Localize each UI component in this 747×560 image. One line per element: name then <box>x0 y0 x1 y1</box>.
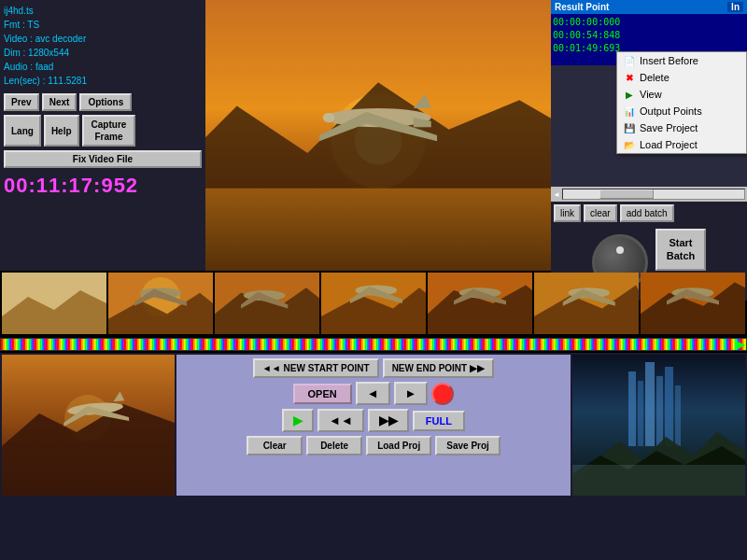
in-label: In <box>727 2 743 12</box>
file-info: ij4hd.ts Fmt : TS Video : avc decoder Di… <box>4 4 202 88</box>
waveform-expand-arrow[interactable]: ▶ <box>737 338 745 351</box>
context-menu: 📄 Insert Before ✖ Delete ▶ View 📊 Output… <box>616 51 747 154</box>
next-button[interactable]: Next <box>42 93 78 111</box>
save-proj-button[interactable]: Save Proj <box>435 436 500 455</box>
bottom-controls-panel: ◄◄ NEW START POINT NEW END POINT ▶▶ OPEN… <box>176 355 571 496</box>
fmt: Fmt : TS <box>4 18 202 32</box>
view-label: View <box>640 89 662 100</box>
svg-rect-60 <box>572 465 745 496</box>
link-button[interactable]: link <box>554 204 581 222</box>
left-panel: ij4hd.ts Fmt : TS Video : avc decoder Di… <box>0 0 205 271</box>
context-save-project[interactable]: 💾 Save Project <box>617 119 746 136</box>
view-icon: ▶ <box>623 88 636 101</box>
result-item-0[interactable]: 00:00:00:000 <box>553 16 745 29</box>
context-view[interactable]: ▶ View <box>617 86 746 103</box>
new-end-label: NEW END POINT <box>392 363 468 373</box>
open-button[interactable]: OPEN <box>293 384 352 404</box>
full-button[interactable]: FULL <box>413 411 465 431</box>
svg-rect-52 <box>628 371 636 446</box>
add-batch-button[interactable]: add batch <box>620 204 674 222</box>
end-arrow-icon: ▶▶ <box>470 363 485 373</box>
save-icon: 💾 <box>623 121 636 134</box>
thumb-1[interactable] <box>108 273 213 334</box>
start-arrow-icon: ◄◄ <box>262 363 281 373</box>
result-point-header: Result Point In <box>551 0 747 14</box>
result-point-title: Result Point <box>555 2 609 12</box>
thumb-4[interactable] <box>428 273 532 334</box>
new-start-point-button[interactable]: ◄◄ NEW START POINT <box>253 358 379 378</box>
clear-bottom-button[interactable]: Clear <box>247 436 303 455</box>
video-frame <box>205 0 551 271</box>
load-proj-button[interactable]: Load Proj <box>366 436 431 455</box>
fix-video-button[interactable]: Fix Video File <box>4 150 202 168</box>
svg-rect-54 <box>645 362 655 446</box>
start-batch-button[interactable]: StartBatch <box>655 229 707 271</box>
bottom-right-preview <box>572 355 745 496</box>
svg-point-10 <box>323 113 335 122</box>
output-points-label: Output Points <box>640 105 702 117</box>
right-panel: Result Point In 00:00:00:000 00:00:54:84… <box>551 0 747 271</box>
record-button[interactable] <box>431 383 454 405</box>
scroll-thumb[interactable] <box>599 189 654 199</box>
context-insert-before[interactable]: 📄 Insert Before <box>617 52 746 69</box>
knob-indicator <box>616 246 624 254</box>
right-controls-row: link clear add batch <box>551 202 747 225</box>
context-delete[interactable]: ✖ Delete <box>617 69 746 86</box>
step-fwd-button[interactable]: ► <box>394 382 429 405</box>
svg-rect-4 <box>205 189 551 271</box>
play-button[interactable]: ▶ <box>282 409 314 432</box>
bottom-section: ◄◄ NEW START POINT NEW END POINT ▶▶ OPEN… <box>0 353 747 497</box>
rewind-button[interactable]: ◄◄ <box>317 409 364 432</box>
insert-before-label: Insert Before <box>640 55 698 66</box>
filename: ij4hd.ts <box>4 4 202 18</box>
waveform-display <box>0 338 747 351</box>
context-output-points[interactable]: 📊 Output Points <box>617 103 746 119</box>
dimensions: Dim : 1280x544 <box>4 46 202 60</box>
delete-icon: ✖ <box>623 71 636 84</box>
delete-bottom-button[interactable]: Delete <box>306 436 362 455</box>
delete-label: Delete <box>640 72 669 83</box>
insert-icon: 📄 <box>623 54 636 67</box>
svg-rect-56 <box>665 367 673 446</box>
audio-codec: Audio : faad <box>4 60 202 74</box>
video-display: Ao <box>205 0 551 271</box>
clear-button[interactable]: clear <box>584 204 617 222</box>
svg-rect-57 <box>675 385 681 446</box>
thumb-2[interactable] <box>215 273 319 334</box>
scroll-track[interactable] <box>562 189 745 200</box>
lang-button[interactable]: Lang <box>4 115 41 147</box>
svg-rect-53 <box>638 381 643 446</box>
length: Len(sec) : 111.5281 <box>4 74 202 88</box>
thumb-5[interactable] <box>534 273 639 334</box>
options-button[interactable]: Options <box>79 93 132 111</box>
step-back-button[interactable]: ◄ <box>356 382 390 405</box>
save-project-label: Save Project <box>640 122 698 133</box>
scroll-left-arrow[interactable]: ◄ <box>553 190 560 199</box>
load-project-label: Load Project <box>640 139 698 150</box>
svg-rect-55 <box>656 376 663 446</box>
waveform-bar[interactable]: ▶ <box>0 336 747 353</box>
context-load-project[interactable]: 📂 Load Project <box>617 136 746 153</box>
thumb-6[interactable] <box>641 273 745 334</box>
video-codec: Video : avc decoder <box>4 32 202 46</box>
result-item-1[interactable]: 00:00:54:848 <box>553 29 745 42</box>
prev-button[interactable]: Prev <box>4 93 39 111</box>
timecode-display: 00:11:17:952 <box>4 174 202 198</box>
output-icon: 📊 <box>623 105 636 118</box>
help-button[interactable]: Help <box>44 115 79 147</box>
fast-fwd-button[interactable]: ▶▶ <box>368 409 409 432</box>
new-start-label: NEW START POINT <box>284 363 370 373</box>
load-icon: 📂 <box>623 138 636 151</box>
thumbnails-row <box>0 271 747 336</box>
result-scrollbar[interactable]: ◄ <box>551 187 747 202</box>
new-end-point-button[interactable]: NEW END POINT ▶▶ <box>383 358 495 378</box>
thumb-3[interactable] <box>321 273 426 334</box>
capture-frame-button[interactable]: CaptureFrame <box>82 115 136 147</box>
bottom-left-preview <box>2 355 175 496</box>
thumb-0[interactable] <box>2 273 106 334</box>
video-content <box>205 0 551 271</box>
